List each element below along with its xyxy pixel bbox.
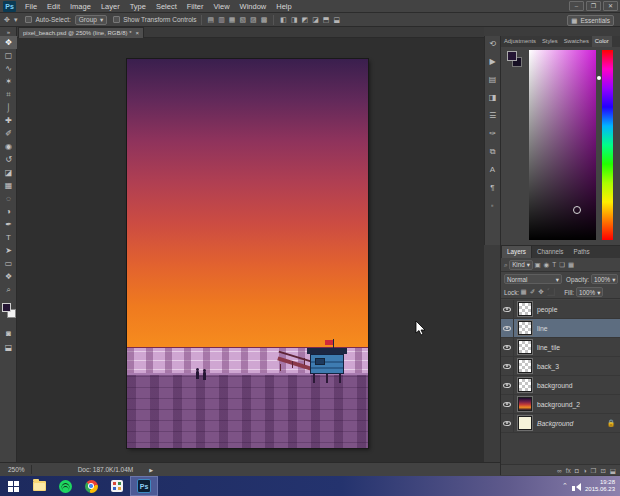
hue-slider-strip[interactable] bbox=[602, 50, 613, 240]
tool-eyedropper[interactable]: ⌡ bbox=[0, 101, 17, 114]
tool-quick-selection[interactable]: ✶ bbox=[0, 75, 17, 88]
zoom-level-field[interactable]: 250% bbox=[8, 466, 25, 473]
color-picker-cursor[interactable] bbox=[573, 206, 581, 214]
align-top-button[interactable]: ▧ bbox=[239, 16, 246, 24]
quick-mask-button[interactable]: ◙ bbox=[0, 327, 17, 340]
new-group-icon[interactable]: ❐ bbox=[591, 467, 597, 475]
align-left-button[interactable]: ▤ bbox=[208, 16, 215, 24]
distribute-bottom-button[interactable]: ◩ bbox=[302, 16, 309, 24]
paragraph-panel-icon[interactable]: ¶ bbox=[490, 183, 494, 192]
tool-blur[interactable]: ◌ bbox=[0, 192, 17, 205]
artboard-pixel-beach[interactable] bbox=[127, 59, 368, 448]
layer-row-background-2[interactable]: background_2 bbox=[501, 395, 620, 414]
align-middle-button[interactable]: ▨ bbox=[250, 16, 257, 24]
filter-shape-icon[interactable]: ❏ bbox=[559, 261, 565, 269]
canvas-workspace[interactable] bbox=[17, 38, 484, 462]
menu-select[interactable]: Select bbox=[151, 0, 182, 13]
auto-select-mode-dropdown[interactable]: Group▾ bbox=[75, 15, 107, 25]
tool-gradient[interactable]: ▦ bbox=[0, 179, 17, 192]
history-panel-icon[interactable]: ⟲ bbox=[489, 39, 496, 48]
tool-brush[interactable]: ✐ bbox=[0, 127, 17, 140]
tab-color[interactable]: Color bbox=[592, 36, 612, 47]
taskbar-clock[interactable]: 19:28 2015.06.23 bbox=[585, 479, 618, 493]
align-right-button[interactable]: ▦ bbox=[229, 16, 236, 24]
tab-swatches[interactable]: Swatches bbox=[561, 36, 592, 47]
distribute-left-button[interactable]: ◪ bbox=[312, 16, 319, 24]
filter-image-icon[interactable]: ▣ bbox=[534, 261, 540, 269]
tool-hand[interactable]: ❖ bbox=[0, 270, 17, 283]
tool-rectangular-marquee[interactable]: ▢ bbox=[0, 49, 17, 62]
tool-lasso[interactable]: ∿ bbox=[0, 62, 17, 75]
tool-pen[interactable]: ✒ bbox=[0, 218, 17, 231]
styles-panel-icon[interactable]: ▤ bbox=[489, 75, 497, 84]
speaker-icon[interactable] bbox=[572, 477, 581, 495]
visibility-eye-icon[interactable] bbox=[501, 376, 514, 395]
tool-zoom[interactable]: ⌕ bbox=[0, 283, 17, 296]
tool-type[interactable]: T bbox=[0, 231, 17, 244]
actions-panel-icon[interactable]: ▶ bbox=[489, 57, 495, 66]
lock-position-icon[interactable]: ✥ bbox=[538, 288, 543, 296]
filter-kind-dropdown[interactable]: Kind▾ bbox=[509, 260, 533, 270]
menu-image[interactable]: Image bbox=[65, 0, 96, 13]
tool-clone-stamp[interactable]: ◉ bbox=[0, 140, 17, 153]
screen-mode-button[interactable]: ⬓ bbox=[0, 341, 17, 354]
histogram-panel-icon[interactable]: ☰ bbox=[489, 111, 496, 120]
tab-close-icon[interactable]: × bbox=[135, 30, 139, 36]
minimize-button[interactable]: – bbox=[569, 1, 584, 11]
new-layer-icon[interactable]: ⊡ bbox=[600, 467, 605, 475]
tool-rectangle-shape[interactable]: ▭ bbox=[0, 257, 17, 270]
new-adjustment-layer-icon[interactable]: ◑ bbox=[583, 467, 587, 474]
taskbar-grid-app[interactable] bbox=[104, 476, 130, 496]
lock-transparency-icon[interactable]: ▦ bbox=[521, 288, 527, 296]
document-tab[interactable]: pixel_beach.psd @ 250% (line, RGB/8) * × bbox=[18, 27, 144, 38]
tab-adjustments[interactable]: Adjustments bbox=[501, 36, 539, 47]
menu-layer[interactable]: Layer bbox=[96, 0, 125, 13]
filter-type-icon[interactable]: T bbox=[552, 261, 556, 268]
tool-spot-healing[interactable]: ✚ bbox=[0, 114, 17, 127]
visibility-eye-icon[interactable] bbox=[501, 395, 514, 414]
opacity-value[interactable]: 100%▾ bbox=[591, 274, 618, 284]
menu-filter[interactable]: Filter bbox=[182, 0, 209, 13]
distribute-right-button[interactable]: ⬓ bbox=[333, 16, 340, 24]
auto-select-checkbox[interactable] bbox=[25, 16, 32, 23]
layer-thumbnail[interactable] bbox=[518, 359, 532, 373]
menu-edit[interactable]: Edit bbox=[42, 0, 65, 13]
tab-layers[interactable]: Layers bbox=[501, 245, 532, 258]
link-layers-icon[interactable]: ∞ bbox=[557, 467, 562, 474]
layer-thumbnail[interactable] bbox=[518, 397, 532, 411]
visibility-eye-icon[interactable] bbox=[501, 357, 514, 376]
layer-row-people[interactable]: people bbox=[501, 300, 620, 319]
start-button[interactable] bbox=[0, 476, 26, 496]
layer-row-line[interactable]: line bbox=[501, 319, 620, 338]
tab-channels[interactable]: Channels bbox=[532, 246, 569, 258]
blend-mode-dropdown[interactable]: Normal▾ bbox=[504, 274, 562, 284]
lock-all-icon[interactable]: ⬛ bbox=[547, 288, 555, 296]
taskbar-spotify[interactable] bbox=[52, 476, 78, 496]
distribute-middle-button[interactable]: ◨ bbox=[291, 16, 298, 24]
character-panel-icon[interactable]: A bbox=[490, 165, 495, 174]
align-bottom-button[interactable]: ▩ bbox=[261, 16, 268, 24]
tool-path-selection[interactable]: ➤ bbox=[0, 244, 17, 257]
visibility-eye-icon[interactable] bbox=[501, 338, 514, 357]
layer-thumbnail[interactable] bbox=[518, 416, 532, 430]
color-picker-field[interactable] bbox=[529, 50, 596, 240]
layer-thumbnail[interactable] bbox=[518, 340, 532, 354]
layer-thumbnail[interactable] bbox=[518, 302, 532, 316]
layer-thumbnail[interactable] bbox=[518, 378, 532, 392]
menu-view[interactable]: View bbox=[208, 0, 234, 13]
tool-move[interactable]: ✥ bbox=[0, 36, 17, 49]
distribute-center-button[interactable]: ⬒ bbox=[323, 16, 330, 24]
align-center-h-button[interactable]: ▥ bbox=[218, 16, 225, 24]
visibility-eye-icon[interactable] bbox=[501, 300, 514, 319]
close-button[interactable]: ✕ bbox=[603, 1, 618, 11]
delete-layer-icon[interactable]: ⬓ bbox=[610, 467, 616, 475]
tool-eraser[interactable]: ◪ bbox=[0, 166, 17, 179]
menu-help[interactable]: Help bbox=[271, 0, 296, 13]
notes-panel-icon[interactable]: ▪ bbox=[491, 201, 494, 210]
layer-row-line-tile[interactable]: line_tile bbox=[501, 338, 620, 357]
taskbar-chrome[interactable] bbox=[78, 476, 104, 496]
add-layer-mask-icon[interactable]: ◘ bbox=[575, 467, 579, 474]
panel-foreground-swatch[interactable] bbox=[507, 51, 517, 61]
visibility-eye-icon[interactable] bbox=[501, 414, 514, 433]
filter-adjustment-icon[interactable]: ◉ bbox=[544, 261, 550, 269]
